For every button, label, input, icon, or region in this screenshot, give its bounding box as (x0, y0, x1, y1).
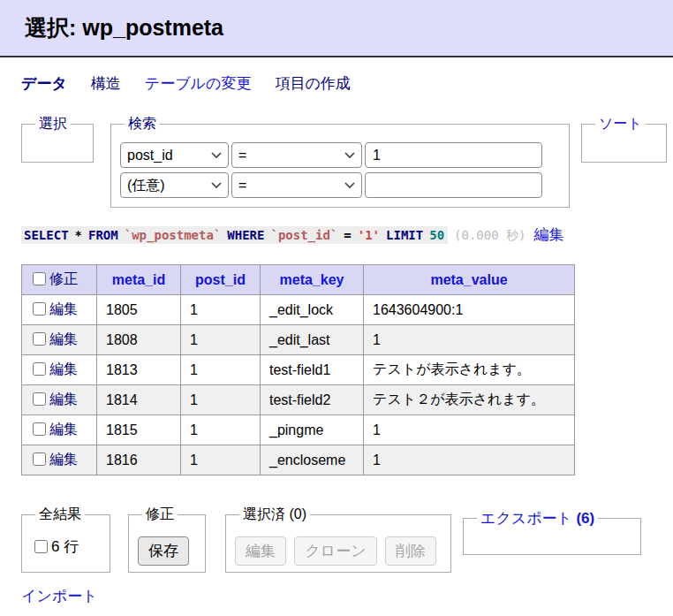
whole-result-checkbox[interactable] (34, 540, 48, 553)
cell-post-id: 1 (181, 325, 261, 355)
sql-keyword: LIMIT (386, 228, 423, 242)
select-all-checkbox[interactable] (33, 272, 46, 285)
sql-query-line: SELECT*FROM`wp_postmeta`WHERE`post_id`='… (21, 224, 673, 245)
delete-selected-button[interactable]: 削除 (385, 536, 436, 566)
search-condition-row: post_id = (120, 142, 560, 168)
edit-row-link[interactable]: 編集 (49, 392, 78, 407)
whole-result-label: 6 行 (33, 536, 79, 557)
page-title: 選択: wp_postmeta (0, 0, 673, 57)
table-header-row: 修正 meta_id post_id meta_key meta_value (22, 265, 575, 295)
sort-column-post-id[interactable]: post_id (195, 272, 246, 287)
filter-fieldsets: 選択 検索 post_id = (任意) = ソート (21, 115, 667, 208)
sql-keyword: FROM (88, 228, 118, 242)
cell-meta-value: テストが表示されます。 (364, 355, 575, 385)
search-operator-select-1[interactable]: = (231, 142, 362, 168)
cell-post-id: 1 (181, 385, 261, 415)
cell-meta-id: 1815 (97, 415, 181, 445)
cell-meta-key: test-field1 (261, 355, 364, 385)
modify-legend: 修正 (142, 506, 178, 524)
search-fieldset: 検索 post_id = (任意) = (110, 115, 570, 208)
cell-post-id: 1 (181, 445, 261, 475)
cell-meta-value: テスト２が表示されます。 (364, 385, 575, 415)
table-row: 編集 1815 1 _pingme 1 (22, 415, 575, 445)
table-row: 編集 1816 1 _encloseme 1 (22, 445, 575, 475)
sort-fieldset-body (591, 138, 657, 153)
row-select-checkbox[interactable] (33, 452, 46, 466)
edit-row-link[interactable]: 編集 (49, 422, 78, 437)
tab-create-column[interactable]: 項目の作成 (275, 75, 350, 92)
row-select-checkbox[interactable] (33, 362, 46, 376)
sql-table-identifier: `wp_postmeta` (125, 228, 222, 242)
whole-result-fieldset: 全結果 6 行 (21, 506, 110, 573)
edit-row-link[interactable]: 編集 (49, 331, 78, 346)
search-column-select-1[interactable]: post_id (120, 142, 229, 168)
cell-meta-value: 1 (364, 445, 575, 475)
table-row: 編集 1808 1 _edit_last 1 (22, 325, 575, 355)
edit-row-link[interactable]: 編集 (49, 301, 78, 316)
sql-column-identifier: `post_id` (270, 228, 337, 242)
table-nav-tabs: データ構造テーブルの変更項目の作成 (21, 73, 673, 94)
sort-fieldset-toggle[interactable]: ソート (599, 116, 642, 131)
export-fieldset-toggle[interactable]: エクスポート (480, 510, 572, 527)
cell-meta-id: 1814 (97, 385, 181, 415)
table-row: 編集 1814 1 test-field2 テスト２が表示されます。 (22, 385, 575, 415)
cell-meta-id: 1808 (97, 325, 181, 355)
select-fieldset-body (31, 138, 84, 153)
row-select-checkbox[interactable] (33, 332, 46, 346)
cell-meta-id: 1816 (97, 445, 181, 475)
row-select-checkbox[interactable] (33, 422, 46, 436)
tab-structure[interactable]: 構造 (91, 75, 121, 92)
sql-keyword: SELECT (24, 228, 69, 242)
cell-meta-key: _pingme (261, 415, 364, 445)
edit-row-link[interactable]: 編集 (49, 361, 78, 376)
cell-meta-id: 1813 (97, 355, 181, 385)
search-column-select-2[interactable]: (任意) (120, 172, 229, 198)
search-value-input-1[interactable] (365, 142, 542, 168)
search-fieldset-toggle[interactable]: 検索 (128, 116, 156, 131)
rows-count-label: 6 行 (51, 536, 79, 557)
cell-meta-value: 1 (364, 415, 575, 445)
edit-query-link[interactable]: 編集 (534, 226, 564, 243)
cell-post-id: 1 (181, 415, 261, 445)
search-condition-row: (任意) = (120, 172, 560, 198)
query-elapsed-time: (0.000 秒) (454, 228, 526, 242)
search-value-input-2[interactable] (365, 172, 542, 198)
sql-operator: = (344, 228, 351, 242)
sql-string-literal: '1' (358, 228, 380, 242)
save-button[interactable]: 保存 (138, 536, 189, 566)
select-fieldset-toggle[interactable]: 選択 (39, 116, 67, 131)
edit-row-link[interactable]: 編集 (49, 452, 78, 467)
selected-fieldset: 選択済 (0) 編集 クローン 削除 (225, 506, 451, 573)
results-table: 修正 meta_id post_id meta_key meta_value 編… (21, 264, 575, 475)
modify-all-link[interactable]: 修正 (49, 271, 78, 286)
export-fieldset-body (473, 533, 631, 545)
select-columns-fieldset: 選択 (21, 115, 94, 163)
cell-meta-value: 1643604900:1 (364, 295, 575, 325)
search-operator-select-2[interactable]: = (231, 172, 362, 198)
sort-fieldset: ソート (581, 115, 667, 163)
export-count: (6) (576, 510, 594, 527)
tab-alter-table[interactable]: テーブルの変更 (145, 75, 252, 92)
row-select-checkbox[interactable] (33, 392, 46, 406)
footer-actions: 全結果 6 行 修正 保存 選択済 (0) 編集 クローン 削除 エクスポート … (21, 506, 641, 573)
sql-keyword: WHERE (227, 228, 264, 242)
row-select-checkbox[interactable] (33, 302, 46, 316)
sort-column-meta-value[interactable]: meta_value (430, 272, 507, 287)
edit-selected-button[interactable]: 編集 (235, 536, 286, 566)
sql-query: SELECT*FROM`wp_postmeta`WHERE`post_id`='… (21, 226, 448, 244)
modify-fieldset: 修正 保存 (128, 506, 206, 573)
sort-column-meta-key[interactable]: meta_key (280, 272, 344, 287)
cell-meta-key: _edit_last (261, 325, 364, 355)
export-fieldset: エクスポート (6) (463, 508, 641, 555)
tab-data[interactable]: データ (21, 75, 67, 92)
cell-meta-key: _encloseme (261, 445, 364, 475)
table-row: 編集 1805 1 _edit_lock 1643604900:1 (22, 295, 575, 325)
cell-meta-key: _edit_lock (261, 295, 364, 325)
sort-column-meta-id[interactable]: meta_id (112, 272, 165, 287)
table-row: 編集 1813 1 test-field1 テストが表示されます。 (22, 355, 575, 385)
cell-post-id: 1 (181, 295, 261, 325)
cell-meta-key: test-field2 (261, 385, 364, 415)
import-link[interactable]: インポート (21, 588, 98, 605)
selected-legend: 選択済 (0) (239, 506, 310, 524)
clone-selected-button[interactable]: クローン (294, 536, 376, 566)
